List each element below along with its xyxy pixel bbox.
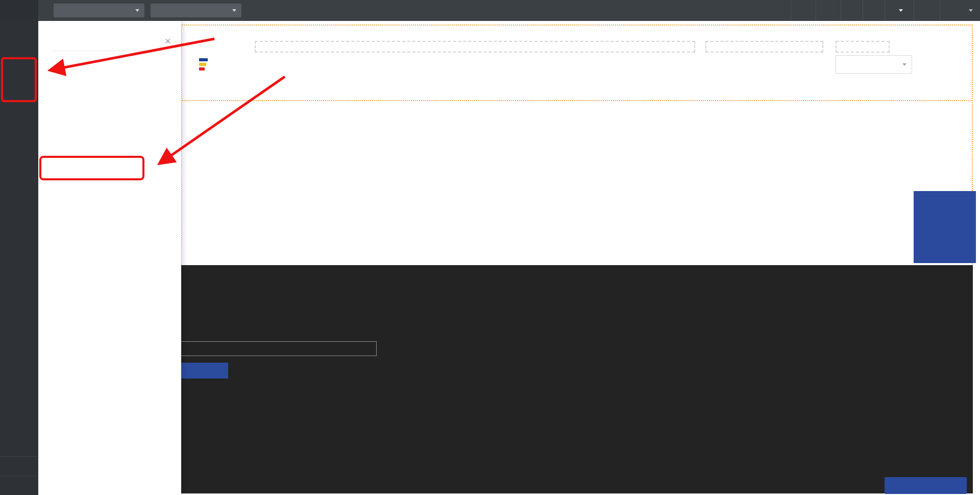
envelope-icon — [919, 482, 928, 489]
site-logo-text — [198, 58, 209, 71]
chevron-down-icon — [902, 63, 906, 66]
simplified-chinese-switch[interactable] — [0, 456, 38, 476]
site-footer — [181, 265, 973, 493]
whatsapp-icon — [697, 331, 704, 339]
empty-slot-placeholder[interactable] — [836, 41, 890, 53]
site-language-select[interactable] — [836, 55, 912, 74]
help-icon[interactable] — [921, 5, 933, 17]
phone-icon — [697, 339, 704, 346]
logo-stylized-e — [199, 58, 208, 71]
divider — [816, 0, 816, 21]
redo-icon[interactable] — [773, 5, 784, 16]
email-icon — [697, 346, 704, 354]
chevron-down-icon — [232, 9, 236, 12]
section-divider — [181, 100, 973, 101]
tablet-icon[interactable] — [276, 5, 288, 17]
history-icon[interactable] — [823, 5, 834, 16]
avatar — [949, 3, 965, 18]
divider — [54, 51, 169, 51]
left-sidebar — [0, 21, 38, 495]
submit-button[interactable] — [178, 363, 228, 379]
wizard-button[interactable] — [0, 476, 38, 495]
sidebar-footer — [0, 456, 38, 495]
language-variant-dropdown[interactable] — [54, 4, 144, 17]
location-icon — [697, 323, 704, 331]
close-icon[interactable]: ✕ — [164, 37, 171, 45]
search-icon[interactable] — [808, 59, 821, 72]
leadong-logo[interactable] — [0, 0, 38, 21]
publish-button[interactable] — [885, 0, 914, 21]
contact-us-button[interactable] — [885, 477, 967, 494]
device-switcher — [254, 5, 311, 17]
toolbar-actions — [742, 0, 980, 21]
empty-slot-placeholder[interactable] — [255, 41, 695, 53]
uk-flag-icon — [841, 61, 852, 68]
top-toolbar — [0, 0, 980, 21]
service-widget — [914, 191, 976, 266]
account-menu[interactable] — [940, 3, 980, 18]
grid-icon[interactable] — [798, 5, 809, 16]
mobile-icon[interactable] — [299, 5, 311, 17]
divider — [914, 0, 914, 21]
divider — [791, 0, 791, 21]
email-field[interactable] — [178, 341, 377, 356]
leadong-editor: ✕ — [0, 0, 980, 495]
page-dropdown[interactable] — [151, 4, 241, 17]
undo-icon[interactable] — [748, 5, 760, 16]
content-management-panel: ✕ — [38, 21, 181, 495]
empty-slot-placeholder[interactable] — [705, 41, 823, 53]
desktop-icon[interactable] — [254, 5, 266, 17]
chevron-down-icon — [135, 9, 139, 12]
preview-button[interactable] — [863, 0, 885, 21]
chevron-down-icon — [899, 9, 903, 12]
chevron-down-icon — [969, 9, 973, 12]
save-button[interactable] — [841, 0, 863, 21]
service-for-you-banner[interactable] — [914, 191, 976, 263]
site-logo[interactable] — [167, 44, 270, 85]
contact-info — [697, 323, 708, 354]
